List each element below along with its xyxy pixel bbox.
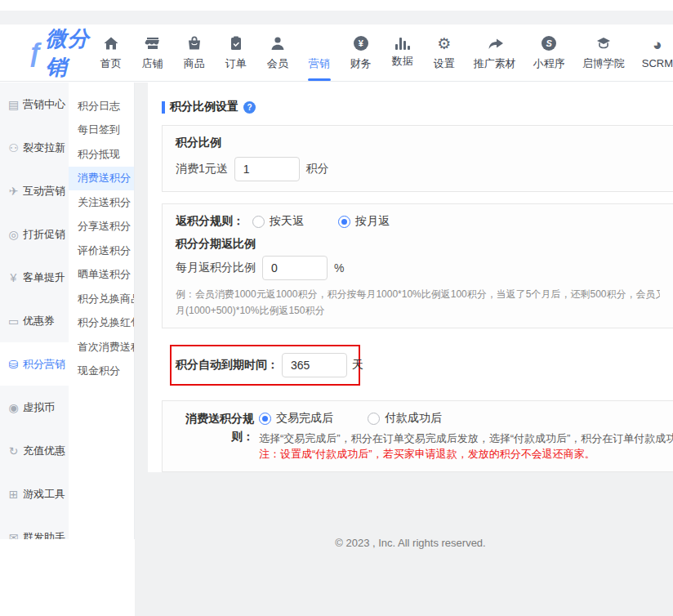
- submenu-item-cash-points[interactable]: 现金积分: [69, 359, 134, 384]
- submenu-item-daily-checkin[interactable]: 每日签到: [69, 118, 134, 143]
- points-ratio-section: 积分比例 消费1元送 积分: [162, 125, 673, 192]
- submenu-item-follow-points[interactable]: 关注送积分: [69, 190, 134, 215]
- radio-pay-success-label[interactable]: 付款成功后: [385, 411, 442, 426]
- sidebar-item-virtual-coin[interactable]: ◉ 虚拟币: [0, 386, 69, 429]
- submenu-item-showorder-points[interactable]: 晒单送积分: [69, 263, 134, 288]
- settings-panel: 积分比例设置 ? 积分比例 消费1元送 积分 返积分规则： 按天返 按月返 积分…: [148, 83, 673, 472]
- orders-clipboard-icon: [228, 35, 244, 52]
- nav-label: 推广素材: [474, 56, 516, 71]
- submenu-item-review-points[interactable]: 评价送积分: [69, 239, 134, 263]
- nav-item-marketing[interactable]: 营销: [307, 25, 332, 82]
- radio-by-month-label[interactable]: 按月返: [355, 214, 390, 229]
- submenu-item-points-deduction[interactable]: 积分抵现: [69, 142, 134, 167]
- percent-label: %: [334, 261, 344, 275]
- nav-label: 店铺: [142, 56, 163, 71]
- sidebar-item-broadcast[interactable]: ✉ 群发助手: [0, 516, 69, 539]
- sidebar-item-order-uplift[interactable]: ¥ 客单提升: [0, 256, 69, 299]
- ratio-input[interactable]: [234, 157, 300, 181]
- nav-label: 营销: [309, 56, 330, 71]
- scrm-pie-icon: ◕: [653, 36, 662, 53]
- recharge-icon: ↻: [7, 444, 20, 458]
- radio-pay-success[interactable]: [368, 413, 380, 425]
- nav-label: 财务: [350, 56, 372, 71]
- monthly-ratio-label: 每月返积分比例: [176, 261, 256, 275]
- submenu-item-first-consume-points[interactable]: 首次消费送积分: [69, 335, 134, 359]
- points-coins-icon: ⛁: [7, 358, 20, 371]
- period-ratio-heading: 积分分期返比例: [176, 237, 660, 252]
- sidebar-item-points-marketing[interactable]: ⛁ 积分营销: [0, 342, 69, 386]
- window-top-strip: [0, 11, 673, 25]
- copyright-footer: © 2023 , Inc. All rights reserved.: [148, 537, 673, 549]
- submenu-item-points-exchange-redpacket[interactable]: 积分兑换红包: [69, 311, 134, 336]
- expire-unit-label: 天: [352, 358, 363, 373]
- promo-share-icon: [487, 35, 503, 52]
- sidebar-item-coupon[interactable]: ▭ 优惠券: [0, 299, 69, 342]
- return-rule-section: 返积分规则： 按天返 按月返 积分分期返比例 每月返积分比例 % 例：会员消费1…: [162, 203, 673, 328]
- nav-label: 设置: [434, 56, 455, 71]
- sidebar-item-recharge[interactable]: ↻ 充值优惠: [0, 429, 69, 472]
- radio-trade-complete-label[interactable]: 交易完成后: [276, 411, 333, 426]
- ratio-suffix-label: 积分: [306, 162, 329, 176]
- fission-growth-icon: ⚇: [7, 141, 20, 154]
- nav-item-scrm[interactable]: ◕ SCRM: [642, 25, 673, 82]
- page-title: 积分比例设置 ?: [162, 99, 673, 115]
- nav-item-miniprogram[interactable]: S 小程序: [533, 25, 565, 82]
- grant-rule-label: 消费送积分规 则：: [176, 409, 254, 462]
- nav-label: 启博学院: [582, 56, 625, 71]
- sidebar-item-game-tools[interactable]: ⊞ 游戏工具: [0, 472, 69, 516]
- title-accent-bar: [162, 101, 165, 114]
- nav-item-goods[interactable]: 商品: [182, 25, 207, 82]
- store-icon: [145, 35, 161, 52]
- logo-text: 微分销: [46, 25, 99, 82]
- marketing-center-icon: ▤: [7, 98, 20, 111]
- submenu-item-points-log[interactable]: 积分日志: [69, 94, 134, 118]
- grant-rule-section: 消费送积分规 则： 交易完成后 付款成功后 选择“交易完成后”，积分在订单交易完…: [162, 400, 673, 472]
- active-tab-underline: [308, 78, 331, 81]
- nav-item-store[interactable]: 店铺: [140, 25, 165, 82]
- academy-cap-icon: [595, 35, 612, 52]
- sidebar-item-interactive[interactable]: ✈ 互动营销: [0, 169, 69, 212]
- interactive-icon: ✈: [7, 185, 20, 198]
- nav-item-promo-material[interactable]: 推广素材: [474, 25, 516, 82]
- nav-item-settings[interactable]: ⚙ 设置: [432, 25, 457, 82]
- radio-trade-complete[interactable]: [259, 413, 271, 425]
- submenu-item-share-points[interactable]: 分享送积分: [69, 215, 134, 239]
- top-header: ƒ 微分销 首页 店铺 商品 订单: [0, 25, 673, 82]
- monthly-ratio-input[interactable]: [262, 256, 328, 280]
- radio-by-day[interactable]: [252, 216, 265, 228]
- miniprogram-icon: S: [542, 35, 556, 52]
- nav-item-home[interactable]: 首页: [99, 25, 123, 82]
- sidebar-item-fission-growth[interactable]: ⚇ 裂变拉新: [0, 126, 69, 169]
- discount-icon: ◎: [7, 228, 20, 241]
- data-bars-icon: [395, 37, 410, 50]
- nav-label: 小程序: [533, 56, 565, 71]
- nav-item-members[interactable]: 会员: [265, 25, 290, 82]
- nav-label: 订单: [225, 56, 247, 71]
- return-rule-label: 返积分规则：: [176, 214, 244, 229]
- submenu-item-points-exchange-goods[interactable]: 积分兑换商品: [69, 287, 134, 311]
- radio-by-month[interactable]: [338, 216, 350, 228]
- radio-by-day-label[interactable]: 按天返: [270, 214, 304, 229]
- marketing-grid-icon: [312, 35, 327, 52]
- expire-time-label: 积分自动到期时间：: [176, 358, 279, 373]
- secondary-sidebar: 积分日志 每日签到 积分抵现 消费送积分 关注送积分 分享送积分 评价送积分 晒…: [69, 83, 135, 539]
- expire-time-highlight-box: 积分自动到期时间： 天: [170, 345, 360, 386]
- top-nav: 首页 店铺 商品 订单 会员: [99, 25, 673, 82]
- nav-item-academy[interactable]: 启博学院: [582, 25, 625, 82]
- expire-time-input[interactable]: [282, 353, 347, 377]
- finance-yen-icon: ¥: [354, 35, 368, 52]
- nav-item-finance[interactable]: ¥ 财务: [349, 25, 373, 82]
- logo-mark-icon: ƒ: [28, 38, 42, 68]
- nav-item-orders[interactable]: 订单: [224, 25, 248, 82]
- sidebar-item-discount[interactable]: ◎ 打折促销: [0, 212, 69, 256]
- example-text-line2: 月(1000+500)*10%比例返150积分: [176, 303, 660, 318]
- sidebar-item-marketing-center[interactable]: ▤ 营销中心: [0, 83, 69, 126]
- nav-label: 会员: [267, 56, 288, 71]
- help-icon[interactable]: ?: [243, 101, 256, 114]
- app-logo[interactable]: ƒ 微分销: [0, 25, 99, 82]
- ratio-prefix-label: 消费1元送: [176, 162, 228, 176]
- nav-item-data[interactable]: 数据: [390, 25, 415, 82]
- order-uplift-icon: ¥: [7, 271, 20, 284]
- example-text-line1: 例：会员消费1000元返1000积分，积分按每月1000*10%比例返100积分…: [176, 287, 660, 301]
- submenu-item-consume-points[interactable]: 消费送积分: [69, 167, 134, 191]
